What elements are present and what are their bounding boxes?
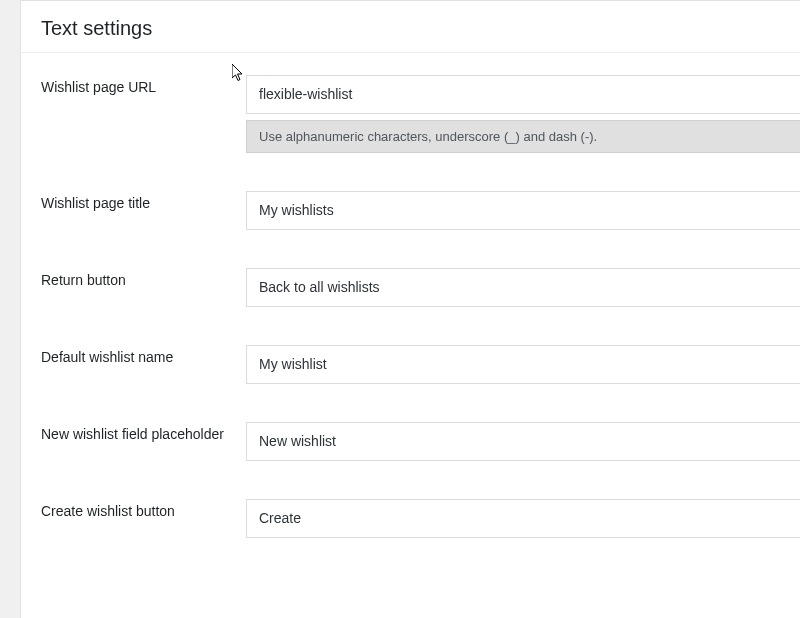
label-wishlist-page-title: Wishlist page title — [21, 191, 246, 211]
input-create-wishlist-button[interactable] — [246, 499, 800, 538]
help-wishlist-page-url: Use alphanumeric characters, underscore … — [246, 120, 800, 153]
label-default-wishlist-name: Default wishlist name — [21, 345, 246, 365]
section-header: Text settings — [21, 1, 800, 53]
section-title: Text settings — [41, 17, 780, 40]
control-return-button — [246, 268, 800, 307]
input-new-wishlist-placeholder[interactable] — [246, 422, 800, 461]
row-create-wishlist-button: Create wishlist button — [21, 487, 800, 550]
label-return-button: Return button — [21, 268, 246, 288]
label-create-wishlist-button: Create wishlist button — [21, 499, 246, 519]
row-wishlist-page-url: Wishlist page URL Use alphanumeric chara… — [21, 63, 800, 165]
label-new-wishlist-placeholder: New wishlist field placeholder — [21, 422, 246, 442]
control-default-wishlist-name — [246, 345, 800, 384]
control-wishlist-page-url: Use alphanumeric characters, underscore … — [246, 75, 800, 153]
settings-panel: Text settings Wishlist page URL Use alph… — [20, 0, 800, 618]
input-wishlist-page-url[interactable] — [246, 75, 800, 114]
input-wishlist-page-title[interactable] — [246, 191, 800, 230]
control-create-wishlist-button — [246, 499, 800, 538]
input-return-button[interactable] — [246, 268, 800, 307]
row-default-wishlist-name: Default wishlist name — [21, 333, 800, 396]
input-default-wishlist-name[interactable] — [246, 345, 800, 384]
control-wishlist-page-title — [246, 191, 800, 230]
row-wishlist-page-title: Wishlist page title — [21, 179, 800, 242]
form-rows: Wishlist page URL Use alphanumeric chara… — [21, 53, 800, 550]
control-new-wishlist-placeholder — [246, 422, 800, 461]
row-return-button: Return button — [21, 256, 800, 319]
label-wishlist-page-url: Wishlist page URL — [21, 75, 246, 95]
row-new-wishlist-placeholder: New wishlist field placeholder — [21, 410, 800, 473]
